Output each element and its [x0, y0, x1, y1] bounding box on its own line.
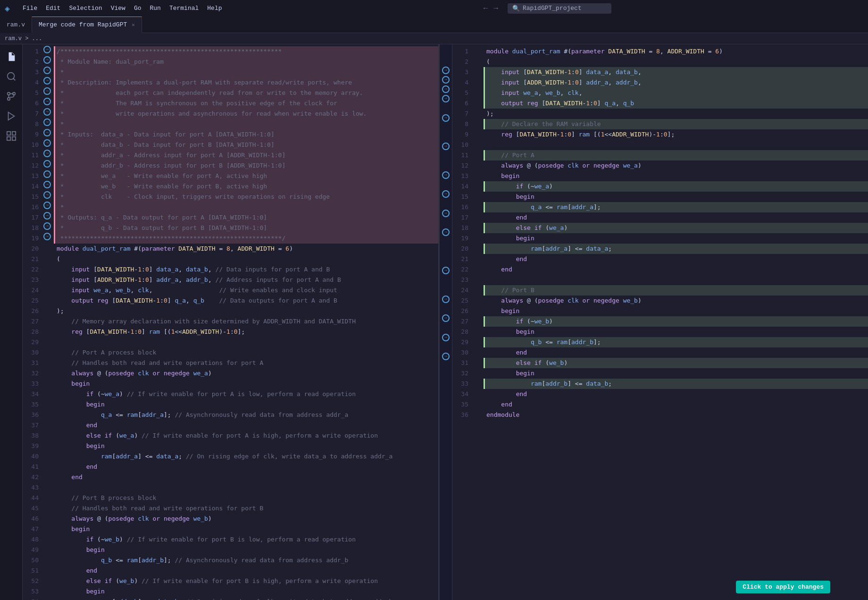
- diff-arrow-button[interactable]: →: [43, 139, 51, 147]
- code-line: input [ADDR_WIDTH-1:0] addr_a, addr_b, /…: [54, 275, 438, 285]
- menu-help[interactable]: Help: [203, 4, 225, 13]
- code-line: /***************************************…: [54, 46, 438, 57]
- svg-rect-7: [12, 132, 15, 135]
- menu-file[interactable]: File: [19, 4, 41, 13]
- activity-explorer-icon[interactable]: [3, 48, 20, 65]
- search-icon: 🔍: [512, 5, 520, 12]
- diff-arrow-button[interactable]: →: [43, 108, 51, 116]
- svg-point-3: [7, 98, 10, 101]
- search-bar[interactable]: 🔍 RapidGPT_project: [508, 3, 611, 14]
- gutter-arrow-icon[interactable]: →: [442, 190, 450, 198]
- code-line: end: [484, 254, 868, 264]
- code-line: [54, 337, 438, 347]
- menu-run[interactable]: Run: [146, 4, 164, 13]
- menu-selection[interactable]: Selection: [65, 4, 106, 13]
- right-code-area[interactable]: 1234567891011121314151617181920212223242…: [452, 44, 868, 600]
- code-line: * addr_b - Address input for port B [ADD…: [54, 161, 438, 171]
- code-line: end: [484, 212, 868, 223]
- gutter-arrow-icon[interactable]: →: [442, 114, 450, 122]
- diff-arrow-button[interactable]: →: [43, 181, 51, 188]
- code-line: q_b <= ram[addr_b];: [484, 337, 868, 347]
- tab-merge-code[interactable]: Merge code from RapidGPT ✕: [32, 17, 142, 33]
- code-line: * Inputs: data_a - Data input for port A…: [54, 129, 438, 140]
- diff-arrow-button[interactable]: →: [43, 212, 51, 220]
- diff-arrow-button[interactable]: →: [43, 129, 51, 136]
- code-line: end: [484, 399, 868, 410]
- code-line: * we_b - Write enable for port B, active…: [54, 181, 438, 192]
- code-line: begin: [484, 171, 868, 181]
- gutter-arrow-icon[interactable]: →: [442, 210, 450, 217]
- code-line: q_b <= ram[addr_b]; // Asynchronously re…: [54, 555, 438, 566]
- code-line: * Module Name: dual_port_ram: [54, 57, 438, 67]
- activity-extensions-icon[interactable]: [3, 127, 20, 144]
- left-code-area[interactable]: 1234567891011121314151617181920212223242…: [23, 44, 438, 600]
- code-line: q_a <= ram[addr_a];: [484, 202, 868, 212]
- diff-arrow-button[interactable]: →: [43, 191, 51, 199]
- gutter-arrow-icon[interactable]: →: [442, 228, 450, 236]
- apply-changes-button[interactable]: Click to apply changes: [736, 581, 830, 593]
- code-line: begin: [484, 192, 868, 202]
- code-line: output reg [DATA_WIDTH-1:0] q_a, q_b // …: [54, 296, 438, 306]
- code-line: else if (we_b) // If write enable for po…: [54, 576, 438, 586]
- svg-rect-8: [7, 137, 10, 140]
- code-line: begin: [484, 306, 868, 316]
- main-layout: 1234567891011121314151617181920212223242…: [0, 44, 868, 600]
- diff-arrow-button[interactable]: →: [43, 150, 51, 157]
- gutter-arrow-icon[interactable]: →: [442, 334, 450, 341]
- code-line: ram[addr_a] <= data_a; // On rising edge…: [54, 451, 438, 462]
- gutter-arrow-icon[interactable]: →: [442, 314, 450, 322]
- gutter-arrow-icon[interactable]: →: [442, 353, 450, 360]
- diff-arrow-button[interactable]: →: [43, 170, 51, 178]
- menu-view[interactable]: View: [107, 4, 129, 13]
- code-line: end: [484, 389, 868, 399]
- gutter-arrow-icon[interactable]: →: [442, 85, 450, 93]
- breadcrumb-text: ram.v > ...: [5, 35, 42, 42]
- tab-close-icon[interactable]: ✕: [132, 22, 135, 28]
- code-line: else if (we_b): [484, 358, 868, 368]
- diff-arrow-button[interactable]: →: [43, 222, 51, 230]
- menu-terminal[interactable]: Terminal: [166, 4, 202, 13]
- gutter-arrow-icon[interactable]: →: [442, 67, 450, 74]
- code-line: reg [DATA_WIDTH-1:0] ram [(1<<ADDR_WIDTH…: [484, 129, 868, 140]
- diff-arrow-button[interactable]: →: [43, 87, 51, 95]
- code-line: if (~we_a): [484, 181, 868, 192]
- gutter-arrow-icon[interactable]: →: [442, 95, 450, 102]
- menu-go[interactable]: Go: [130, 4, 145, 13]
- activity-git-icon[interactable]: [3, 88, 20, 105]
- nav-back-button[interactable]: ←: [482, 3, 490, 14]
- gutter-arrow-icon[interactable]: →: [442, 76, 450, 84]
- search-text: RapidGPT_project: [523, 5, 582, 12]
- code-line: * clk - Clock input, triggers write oper…: [54, 192, 438, 202]
- code-line: (: [484, 57, 868, 67]
- diff-arrow-button[interactable]: →: [43, 67, 51, 74]
- gutter-arrow-icon[interactable]: →: [442, 267, 450, 274]
- tab-ram-v[interactable]: ram.v: [0, 17, 32, 33]
- code-line: if (~we_b) // If write enable for port B…: [54, 534, 438, 545]
- gutter-arrow-icon[interactable]: →: [442, 143, 450, 150]
- diff-arrow-button[interactable]: →: [43, 46, 51, 53]
- diff-arrow-button[interactable]: →: [43, 233, 51, 240]
- activity-debug-icon[interactable]: [3, 108, 20, 125]
- diff-arrow-button[interactable]: →: [43, 77, 51, 85]
- diff-arrow-button[interactable]: →: [43, 118, 51, 126]
- code-line: module dual_port_ram #(parameter DATA_WI…: [484, 46, 868, 57]
- diff-arrow-button[interactable]: →: [43, 160, 51, 168]
- code-line: begin: [484, 327, 868, 337]
- activity-search-icon[interactable]: [3, 68, 20, 85]
- nav-forward-button[interactable]: →: [492, 3, 500, 14]
- code-line: ram[addr_b] <= data_b; // On rising edge…: [54, 597, 438, 600]
- gutter-arrow-icon[interactable]: →: [442, 296, 450, 303]
- menu-edit[interactable]: Edit: [42, 4, 64, 13]
- svg-marker-5: [8, 112, 14, 120]
- diff-arrow-button[interactable]: →: [43, 98, 51, 105]
- diff-arrow-button[interactable]: →: [43, 202, 51, 209]
- code-line: * write operations and asynchronous for …: [54, 109, 438, 119]
- code-line: * each port can independently read from …: [54, 88, 438, 98]
- tabs-row: ram.v Merge code from RapidGPT ✕: [0, 17, 868, 33]
- code-line: end: [54, 566, 438, 576]
- code-line: if (~we_b): [484, 316, 868, 327]
- code-line: begin: [54, 379, 438, 389]
- diff-arrow-button[interactable]: →: [43, 56, 51, 64]
- code-line: begin: [54, 586, 438, 597]
- gutter-arrow-icon[interactable]: →: [442, 171, 450, 179]
